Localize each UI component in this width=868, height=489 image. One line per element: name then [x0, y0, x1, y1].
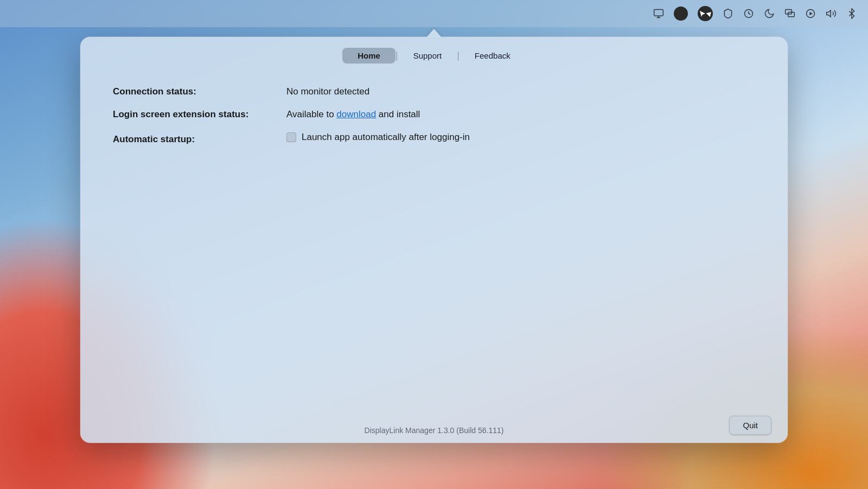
svg-marker-5 — [809, 12, 813, 16]
popup-window: Home | Support | Feedback Connection sta… — [80, 37, 788, 443]
play-icon[interactable] — [805, 8, 816, 19]
checkbox-row: Launch app automatically after logging-i… — [286, 132, 470, 143]
login-screen-prefix: Available to — [286, 109, 336, 119]
time-machine-icon[interactable] — [743, 8, 754, 19]
download-link[interactable]: download — [336, 109, 376, 119]
svg-rect-3 — [788, 12, 795, 17]
automatic-startup-checkbox[interactable] — [286, 132, 296, 142]
connection-status-row: Connection status: No monitor detected — [113, 86, 755, 97]
tab-bar: Home | Support | Feedback — [80, 37, 788, 70]
svg-rect-2 — [786, 10, 792, 14]
profile-circle-icon[interactable] — [674, 7, 688, 21]
automatic-startup-label: Automatic startup: — [113, 134, 286, 145]
tab-separator-1: | — [395, 50, 398, 61]
login-screen-value: Available to download and install — [286, 109, 420, 120]
popup-arrow — [426, 29, 442, 37]
malwarebytes-icon[interactable] — [723, 8, 733, 19]
version-text: DisplayLink Manager 1.3.0 (Build 56.111) — [365, 426, 504, 435]
tab-support[interactable]: Support — [398, 48, 457, 63]
tab-home[interactable]: Home — [342, 48, 395, 63]
menubar — [0, 0, 868, 27]
tab-feedback[interactable]: Feedback — [459, 48, 526, 63]
connection-status-label: Connection status: — [113, 86, 286, 97]
display-icon[interactable] — [653, 8, 664, 19]
bluetooth-icon[interactable] — [846, 8, 857, 19]
volume-icon[interactable] — [826, 8, 837, 19]
footer: DisplayLink Manager 1.3.0 (Build 56.111)… — [80, 418, 788, 443]
login-screen-label: Login screen extension status: — [113, 109, 286, 120]
svg-rect-0 — [654, 10, 663, 16]
login-screen-status-row: Login screen extension status: Available… — [113, 109, 755, 120]
automatic-startup-row: Automatic startup: Launch app automatica… — [113, 132, 755, 145]
connection-status-value: No monitor detected — [286, 86, 369, 97]
content-area: Connection status: No monitor detected L… — [80, 70, 788, 418]
login-screen-suffix: and install — [376, 109, 420, 119]
quit-button[interactable]: Quit — [729, 416, 771, 435]
automatic-startup-checkbox-label: Launch app automatically after logging-i… — [302, 132, 470, 143]
cursor-icon[interactable] — [698, 6, 713, 21]
night-shift-icon[interactable] — [764, 8, 775, 19]
screen-mirror-icon[interactable] — [784, 8, 795, 19]
